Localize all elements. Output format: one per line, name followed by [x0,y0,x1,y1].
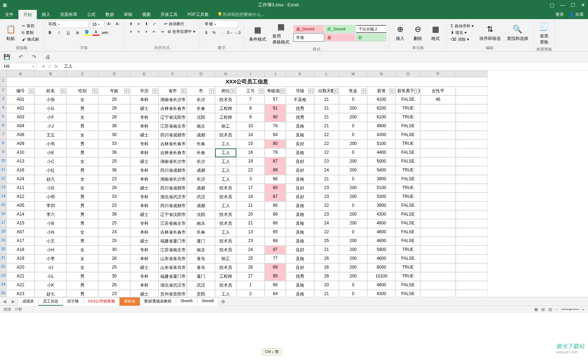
cell[interactable]: 女 [67,184,98,193]
underline-button[interactable]: U [65,29,72,36]
zoom-in-icon[interactable]: + [582,307,584,312]
row-header[interactable]: 24 [0,281,6,290]
cell[interactable]: 山东省青岛市 [158,254,187,263]
cell[interactable]: 3900 [367,175,396,184]
cell[interactable]: TRUE [396,263,420,272]
cell[interactable]: A19 [6,254,35,263]
row-header[interactable]: 17 [0,219,6,228]
cell[interactable]: 78 [265,122,286,131]
bold-button[interactable]: B [46,29,53,36]
cell[interactable]: 5100 [367,184,396,193]
cell[interactable]: TRUE [396,140,420,148]
cell[interactable]: 36 [98,210,130,219]
cell[interactable]: 89 [265,263,286,272]
align-center-icon[interactable]: ≡ [135,28,142,35]
column-header[interactable]: 出勤天数▾ [314,87,339,95]
cell[interactable]: 小H [35,246,67,254]
col-header[interactable]: F [158,71,187,77]
cell[interactable]: 23 [98,201,130,210]
filter-icon[interactable]: ▾ [308,89,313,94]
row-header[interactable]: 7 [0,131,6,140]
cell[interactable]: 本科 [130,254,158,263]
cell[interactable]: 男 [67,281,98,290]
cell[interactable]: 技术员 [215,281,236,290]
cell[interactable]: 95 [265,272,286,281]
cell[interactable]: 专科 [130,219,158,228]
tab-home[interactable]: 开始 [18,10,37,19]
cell[interactable]: 66 [265,237,286,246]
cell[interactable]: 0 [339,290,367,297]
undo-icon[interactable]: ↶ [19,54,23,60]
cell[interactable]: 女 [67,157,98,166]
cell[interactable]: A13 [6,157,35,166]
row-header[interactable]: 6 [0,122,6,131]
filter-icon[interactable]: ▾ [333,89,338,94]
column-header[interactable]: 岗位▾ [215,87,236,95]
cell[interactable]: TRUE [396,246,420,254]
cell[interactable]: 及格 [286,228,314,237]
cell[interactable]: 25 [236,254,265,263]
cell[interactable]: 200 [339,219,367,228]
cell[interactable]: A04 [6,122,35,131]
cell[interactable] [420,166,456,175]
cell[interactable]: FALSE [396,131,420,140]
filter-icon[interactable]: ▾ [124,89,129,94]
filter-icon[interactable]: ▾ [390,89,394,94]
cell[interactable]: 专科 [130,272,158,281]
cell[interactable]: 10100 [367,272,396,281]
cell[interactable]: 91 [265,104,286,113]
cell[interactable]: 良好 [286,184,314,193]
cell[interactable]: FALSE [396,290,420,297]
cell[interactable]: 吉林省长春市 [158,148,187,157]
cell[interactable]: 22 [314,228,339,237]
row-header[interactable]: 23 [0,272,6,281]
cell[interactable]: 工人 [215,148,236,157]
filter-icon[interactable]: ▾ [361,89,366,94]
increase-font-icon[interactable]: A↑ [106,20,113,27]
cell[interactable]: 17 [236,184,265,193]
cell[interactable] [420,219,456,228]
row-header[interactable]: 22 [0,263,6,272]
cell[interactable]: 小明 [35,193,67,201]
cell[interactable]: 25 [98,263,130,272]
filter-icon[interactable]: ▾ [414,89,419,94]
cell[interactable]: 22 [314,131,339,140]
cell[interactable]: 助工 [215,122,236,131]
column-header[interactable]: 奖金▾ [339,87,367,95]
cell[interactable]: 沈阳 [187,210,215,219]
cell[interactable]: 0 [339,228,367,237]
filter-icon[interactable]: ▾ [152,89,157,94]
column-header[interactable]: 等级▾ [286,87,314,95]
cell[interactable]: 成都 [187,166,215,175]
column-header[interactable]: 考核成绩▾ [265,87,286,95]
phonetic-button[interactable]: wén [102,29,109,36]
name-box[interactable]: H9▾ [1,63,37,70]
cell[interactable]: 女 [67,228,98,237]
decrease-font-icon[interactable]: A↓ [114,20,121,27]
cell[interactable]: 成都 [187,201,215,210]
cell[interactable]: A12 [6,193,35,201]
cell[interactable]: TRUE [396,184,420,193]
minimize-icon[interactable]: — [560,2,565,8]
cell[interactable]: 湖北省武汉市 [158,281,187,290]
cell[interactable]: 23 [314,193,339,201]
cell[interactable]: 男 [67,210,98,219]
col-header[interactable]: L [314,71,339,77]
filter-icon[interactable]: ▾ [209,89,214,94]
cell[interactable]: 89 [265,166,286,175]
cell[interactable]: 工人 [215,166,236,175]
cell[interactable]: 厦门 [187,237,215,246]
cell[interactable]: 27 [236,272,265,281]
cell[interactable]: 0 [339,201,367,210]
cell[interactable]: 4300 [367,131,396,140]
formula-input[interactable]: 工人 [61,63,588,70]
cell[interactable]: 23 [314,210,339,219]
cell[interactable]: 36 [98,122,130,131]
cell[interactable]: 5900 [367,246,396,254]
cell[interactable]: 4600 [367,281,396,290]
cell[interactable] [420,254,456,263]
cell[interactable]: 硕士 [130,104,158,113]
tab-formula[interactable]: 公式 [82,10,100,19]
cell[interactable]: 200 [339,237,367,246]
cell[interactable]: 6100 [367,113,396,122]
